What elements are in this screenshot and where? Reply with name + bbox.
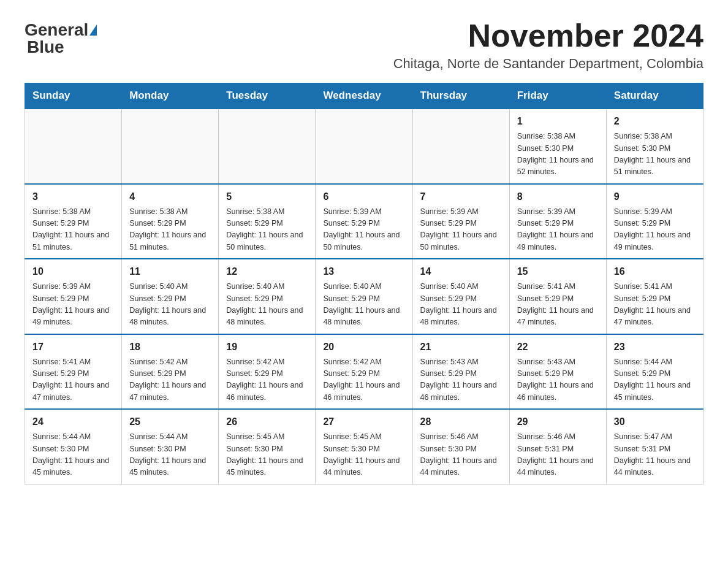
day-number: 16 — [614, 264, 696, 279]
col-friday: Friday — [509, 83, 606, 109]
day-info: Sunrise: 5:38 AM Sunset: 5:30 PM Dayligh… — [517, 131, 599, 178]
table-row: 3Sunrise: 5:38 AM Sunset: 5:29 PM Daylig… — [25, 184, 122, 259]
day-info: Sunrise: 5:44 AM Sunset: 5:30 PM Dayligh… — [32, 431, 114, 479]
table-row: 27Sunrise: 5:45 AM Sunset: 5:30 PM Dayli… — [316, 409, 412, 484]
day-number: 24 — [32, 415, 114, 429]
page-header: General Blue November 2024 Chitaga, Nort… — [25, 18, 703, 72]
table-row: 29Sunrise: 5:46 AM Sunset: 5:31 PM Dayli… — [509, 409, 606, 484]
day-info: Sunrise: 5:44 AM Sunset: 5:30 PM Dayligh… — [129, 431, 211, 479]
calendar-header-row: Sunday Monday Tuesday Wednesday Thursday… — [25, 83, 703, 109]
title-area: November 2024 Chitaga, Norte de Santande… — [393, 18, 703, 72]
day-info: Sunrise: 5:39 AM Sunset: 5:29 PM Dayligh… — [32, 281, 114, 329]
col-saturday: Saturday — [606, 83, 703, 109]
table-row: 5Sunrise: 5:38 AM Sunset: 5:29 PM Daylig… — [219, 184, 316, 259]
day-info: Sunrise: 5:40 AM Sunset: 5:29 PM Dayligh… — [226, 281, 308, 329]
logo-triangle-icon — [89, 25, 97, 36]
day-info: Sunrise: 5:38 AM Sunset: 5:29 PM Dayligh… — [32, 206, 114, 254]
table-row: 12Sunrise: 5:40 AM Sunset: 5:29 PM Dayli… — [219, 259, 316, 334]
day-number: 26 — [226, 415, 308, 429]
table-row — [412, 109, 509, 184]
month-year-title: November 2024 — [393, 18, 703, 53]
table-row: 17Sunrise: 5:41 AM Sunset: 5:29 PM Dayli… — [25, 334, 122, 410]
day-number: 7 — [420, 190, 502, 204]
col-sunday: Sunday — [25, 83, 122, 109]
table-row — [122, 109, 219, 184]
calendar-week-row: 24Sunrise: 5:44 AM Sunset: 5:30 PM Dayli… — [25, 409, 703, 484]
table-row — [316, 109, 412, 184]
day-info: Sunrise: 5:46 AM Sunset: 5:30 PM Dayligh… — [420, 431, 502, 479]
day-number: 2 — [614, 114, 696, 129]
day-number: 6 — [323, 190, 404, 204]
table-row: 24Sunrise: 5:44 AM Sunset: 5:30 PM Dayli… — [25, 409, 122, 484]
day-number: 5 — [226, 190, 308, 204]
table-row: 18Sunrise: 5:42 AM Sunset: 5:29 PM Dayli… — [122, 334, 219, 410]
day-number: 18 — [129, 340, 211, 354]
day-info: Sunrise: 5:40 AM Sunset: 5:29 PM Dayligh… — [323, 281, 404, 329]
table-row: 1Sunrise: 5:38 AM Sunset: 5:30 PM Daylig… — [509, 109, 606, 184]
calendar-table: Sunday Monday Tuesday Wednesday Thursday… — [25, 83, 703, 484]
day-number: 17 — [32, 340, 114, 354]
day-number: 21 — [420, 340, 502, 354]
table-row: 11Sunrise: 5:40 AM Sunset: 5:29 PM Dayli… — [122, 259, 219, 334]
day-number: 3 — [32, 190, 114, 204]
day-info: Sunrise: 5:45 AM Sunset: 5:30 PM Dayligh… — [226, 431, 308, 479]
day-info: Sunrise: 5:45 AM Sunset: 5:30 PM Dayligh… — [323, 431, 404, 479]
day-number: 12 — [226, 264, 308, 279]
day-info: Sunrise: 5:39 AM Sunset: 5:29 PM Dayligh… — [517, 206, 599, 254]
table-row: 20Sunrise: 5:42 AM Sunset: 5:29 PM Dayli… — [316, 334, 412, 410]
day-number: 13 — [323, 264, 404, 279]
table-row: 6Sunrise: 5:39 AM Sunset: 5:29 PM Daylig… — [316, 184, 412, 259]
day-number: 14 — [420, 264, 502, 279]
day-number: 15 — [517, 264, 599, 279]
table-row: 21Sunrise: 5:43 AM Sunset: 5:29 PM Dayli… — [412, 334, 509, 410]
day-number: 8 — [517, 190, 599, 204]
table-row: 28Sunrise: 5:46 AM Sunset: 5:30 PM Dayli… — [412, 409, 509, 484]
day-info: Sunrise: 5:46 AM Sunset: 5:31 PM Dayligh… — [517, 431, 599, 479]
table-row: 15Sunrise: 5:41 AM Sunset: 5:29 PM Dayli… — [509, 259, 606, 334]
day-info: Sunrise: 5:38 AM Sunset: 5:29 PM Dayligh… — [129, 206, 211, 254]
table-row: 30Sunrise: 5:47 AM Sunset: 5:31 PM Dayli… — [606, 409, 703, 484]
day-number: 27 — [323, 415, 404, 429]
table-row: 8Sunrise: 5:39 AM Sunset: 5:29 PM Daylig… — [509, 184, 606, 259]
day-info: Sunrise: 5:40 AM Sunset: 5:29 PM Dayligh… — [129, 281, 211, 329]
col-tuesday: Tuesday — [219, 83, 316, 109]
table-row: 14Sunrise: 5:40 AM Sunset: 5:29 PM Dayli… — [412, 259, 509, 334]
logo-text-blue: Blue — [27, 37, 64, 56]
day-number: 19 — [226, 340, 308, 354]
day-number: 11 — [129, 264, 211, 279]
table-row: 23Sunrise: 5:44 AM Sunset: 5:29 PM Dayli… — [606, 334, 703, 410]
day-info: Sunrise: 5:39 AM Sunset: 5:29 PM Dayligh… — [420, 206, 502, 254]
day-info: Sunrise: 5:38 AM Sunset: 5:29 PM Dayligh… — [226, 206, 308, 254]
table-row: 13Sunrise: 5:40 AM Sunset: 5:29 PM Dayli… — [316, 259, 412, 334]
col-wednesday: Wednesday — [316, 83, 412, 109]
table-row: 2Sunrise: 5:38 AM Sunset: 5:30 PM Daylig… — [606, 109, 703, 184]
day-number: 29 — [517, 415, 599, 429]
table-row — [25, 109, 122, 184]
day-number: 28 — [420, 415, 502, 429]
day-number: 22 — [517, 340, 599, 354]
day-info: Sunrise: 5:44 AM Sunset: 5:29 PM Dayligh… — [614, 356, 696, 404]
day-number: 4 — [129, 190, 211, 204]
day-info: Sunrise: 5:38 AM Sunset: 5:30 PM Dayligh… — [614, 131, 696, 178]
table-row: 26Sunrise: 5:45 AM Sunset: 5:30 PM Dayli… — [219, 409, 316, 484]
calendar-week-row: 10Sunrise: 5:39 AM Sunset: 5:29 PM Dayli… — [25, 259, 703, 334]
day-info: Sunrise: 5:41 AM Sunset: 5:29 PM Dayligh… — [614, 281, 696, 329]
day-info: Sunrise: 5:39 AM Sunset: 5:29 PM Dayligh… — [323, 206, 404, 254]
location-subtitle: Chitaga, Norte de Santander Department, … — [393, 56, 703, 72]
day-info: Sunrise: 5:47 AM Sunset: 5:31 PM Dayligh… — [614, 431, 696, 479]
day-number: 23 — [614, 340, 696, 354]
table-row: 19Sunrise: 5:42 AM Sunset: 5:29 PM Dayli… — [219, 334, 316, 410]
day-number: 30 — [614, 415, 696, 429]
day-info: Sunrise: 5:39 AM Sunset: 5:29 PM Dayligh… — [614, 206, 696, 254]
logo: General Blue — [25, 18, 97, 56]
day-info: Sunrise: 5:43 AM Sunset: 5:29 PM Dayligh… — [420, 356, 502, 404]
calendar-week-row: 3Sunrise: 5:38 AM Sunset: 5:29 PM Daylig… — [25, 184, 703, 259]
day-number: 20 — [323, 340, 404, 354]
day-info: Sunrise: 5:42 AM Sunset: 5:29 PM Dayligh… — [323, 356, 404, 404]
day-info: Sunrise: 5:41 AM Sunset: 5:29 PM Dayligh… — [517, 281, 599, 329]
col-monday: Monday — [122, 83, 219, 109]
col-thursday: Thursday — [412, 83, 509, 109]
day-info: Sunrise: 5:41 AM Sunset: 5:29 PM Dayligh… — [32, 356, 114, 404]
table-row: 10Sunrise: 5:39 AM Sunset: 5:29 PM Dayli… — [25, 259, 122, 334]
day-info: Sunrise: 5:43 AM Sunset: 5:29 PM Dayligh… — [517, 356, 599, 404]
